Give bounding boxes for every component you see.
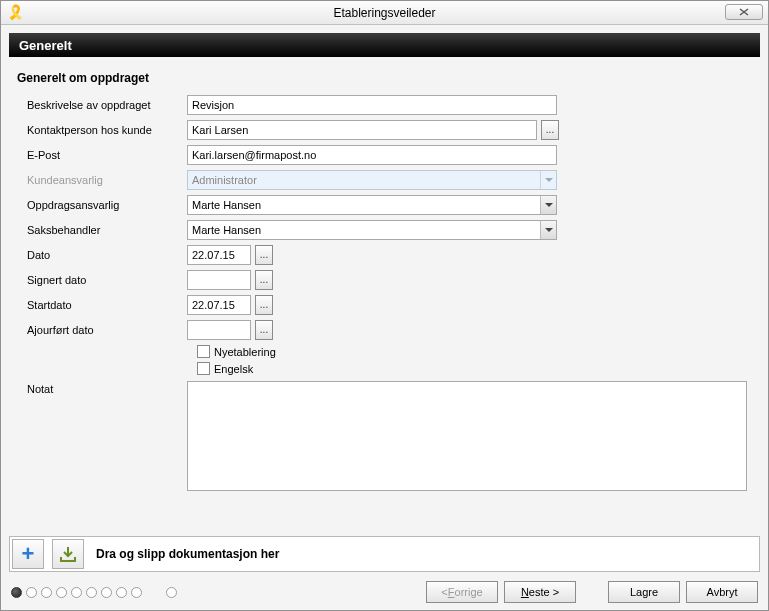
combo-saksbehandler[interactable]: Marte Hansen	[187, 220, 557, 240]
previous-button: < Forrige	[426, 581, 498, 603]
label-dato: Dato	[17, 249, 187, 261]
label-signert: Signert dato	[17, 274, 187, 286]
wizard-window: 🎗️ Etableringsveileder Generelt Generelt…	[0, 0, 769, 611]
step-dot[interactable]	[86, 587, 97, 598]
input-startdato[interactable]	[187, 295, 251, 315]
content-area: Generelt om oppdraget Beskrivelse av opp…	[1, 57, 768, 528]
datepicker-startdato-button[interactable]: ...	[255, 295, 273, 315]
section-header: Generelt	[9, 33, 760, 57]
cancel-button[interactable]: Avbryt	[686, 581, 758, 603]
add-button[interactable]: +	[12, 539, 44, 569]
download-tray-icon	[58, 544, 78, 564]
datepicker-dato-button[interactable]: ...	[255, 245, 273, 265]
input-signert[interactable]	[187, 270, 251, 290]
label-startdato: Startdato	[17, 299, 187, 311]
group-title: Generelt om oppdraget	[17, 71, 752, 85]
input-epost[interactable]	[187, 145, 557, 165]
dropzone-label: Dra og slipp dokumentasjon her	[96, 547, 279, 561]
section-title: Generelt	[19, 38, 72, 53]
step-dot[interactable]	[116, 587, 127, 598]
label-ajour: Ajourført dato	[17, 324, 187, 336]
label-saksbehandler: Saksbehandler	[17, 224, 187, 236]
combo-oppdragsansvarlig[interactable]: Marte Hansen	[187, 195, 557, 215]
save-button[interactable]: Lagre	[608, 581, 680, 603]
combo-saksbehandler-value: Marte Hansen	[192, 224, 261, 236]
datepicker-signert-button[interactable]: ...	[255, 270, 273, 290]
checkbox-nyetablering[interactable]	[197, 345, 210, 358]
checkbox-engelsk[interactable]	[197, 362, 210, 375]
textarea-notat[interactable]	[187, 381, 747, 491]
step-dot[interactable]	[41, 587, 52, 598]
label-engelsk: Engelsk	[214, 363, 253, 375]
label-beskrivelse: Beskrivelse av oppdraget	[17, 99, 187, 111]
label-oppdragsansvarlig: Oppdragsansvarlig	[17, 199, 187, 211]
close-icon	[739, 8, 749, 16]
label-epost: E-Post	[17, 149, 187, 161]
input-dato[interactable]	[187, 245, 251, 265]
combo-oppdragsansvarlig-value: Marte Hansen	[192, 199, 261, 211]
input-ajour[interactable]	[187, 320, 251, 340]
chevron-down-icon[interactable]	[540, 221, 556, 239]
label-kundeansvarlig: Kundeansvarlig	[17, 174, 187, 186]
next-button[interactable]: Neste >	[504, 581, 576, 603]
combo-kundeansvarlig-value: Administrator	[192, 174, 257, 186]
chevron-down-icon	[540, 171, 556, 189]
datepicker-ajour-button[interactable]: ...	[255, 320, 273, 340]
step-dot[interactable]	[166, 587, 177, 598]
app-icon: 🎗️	[7, 4, 23, 20]
step-dot[interactable]	[56, 587, 67, 598]
label-nyetablering: Nyetablering	[214, 346, 276, 358]
lookup-kontakt-button[interactable]: ...	[541, 120, 559, 140]
form: Beskrivelse av oppdraget Kontaktperson h…	[17, 95, 752, 491]
input-kontakt[interactable]	[187, 120, 537, 140]
step-indicator	[11, 587, 177, 598]
titlebar: 🎗️ Etableringsveileder	[1, 1, 768, 25]
step-dot[interactable]	[101, 587, 112, 598]
step-dot[interactable]	[131, 587, 142, 598]
label-kontakt: Kontaktperson hos kunde	[17, 124, 187, 136]
combo-kundeansvarlig: Administrator	[187, 170, 557, 190]
window-title: Etableringsveileder	[333, 6, 435, 20]
close-button[interactable]	[725, 4, 763, 20]
footer: < Forrige Neste > Lagre Avbryt	[1, 578, 768, 610]
step-dot[interactable]	[11, 587, 22, 598]
chevron-down-icon[interactable]	[540, 196, 556, 214]
step-dot[interactable]	[26, 587, 37, 598]
plus-icon: +	[22, 543, 35, 565]
step-dot[interactable]	[71, 587, 82, 598]
label-notat: Notat	[17, 381, 187, 395]
input-beskrivelse[interactable]	[187, 95, 557, 115]
import-button[interactable]	[52, 539, 84, 569]
dropzone[interactable]: + Dra og slipp dokumentasjon her	[9, 536, 760, 572]
